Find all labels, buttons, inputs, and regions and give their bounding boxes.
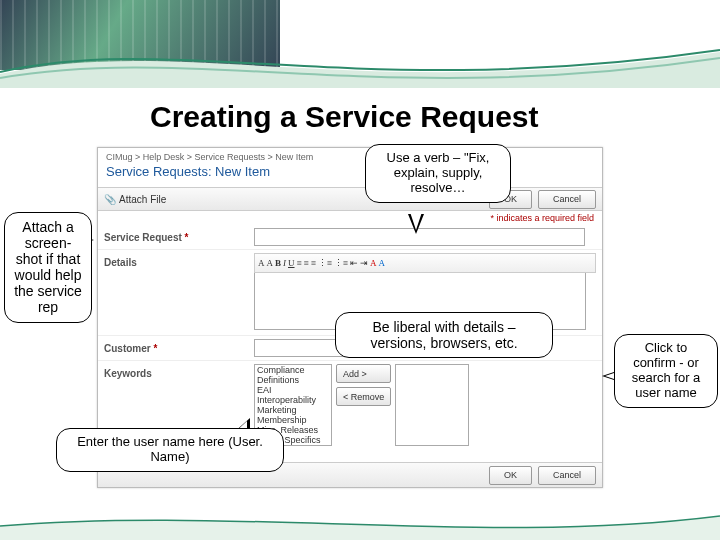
keywords-selected-list[interactable] (395, 364, 469, 446)
list-item[interactable]: Membership (255, 415, 331, 425)
rte-italic-icon[interactable]: I (283, 258, 286, 268)
callout-details: Be liberal with details – versions, brow… (335, 312, 553, 358)
label-service-request: Service Request (104, 232, 182, 243)
rte-list-icon[interactable]: ⋮≡ (334, 258, 348, 268)
callout-confirm: Click to confirm - or search for a user … (614, 334, 718, 408)
remove-keyword-button[interactable]: < Remove (336, 387, 391, 406)
label-customer: Customer (104, 343, 151, 354)
attach-file-label: Attach File (119, 194, 166, 205)
callout-verb: Use a verb – "Fix, explain, supply, reso… (365, 144, 511, 203)
callout-attach: Attach a screen-shot if that would help … (4, 212, 92, 323)
rte-align-icon[interactable]: ≡ (304, 258, 309, 268)
slide-banner (0, 0, 720, 88)
label-details: Details (104, 253, 254, 268)
rte-icon[interactable]: A (258, 258, 265, 268)
rte-indent-icon[interactable]: ⇥ (360, 258, 368, 268)
page-title: Service Requests: New Item (98, 162, 602, 187)
banner-wave (0, 44, 720, 88)
rte-list-icon[interactable]: ⋮≡ (318, 258, 332, 268)
cancel-button-bottom[interactable]: Cancel (538, 466, 596, 485)
rte-align-icon[interactable]: ≡ (297, 258, 302, 268)
required-star: * (185, 232, 189, 243)
list-item[interactable]: Definitions (255, 375, 331, 385)
form-toolbar: 📎 Attach File OK Cancel (98, 187, 602, 211)
rich-text-toolbar[interactable]: AA B I U ≡≡≡ ⋮≡⋮≡ ⇤⇥ A A (254, 253, 596, 273)
row-service-request: Service Request * (98, 225, 602, 250)
footer-decoration (0, 506, 720, 540)
required-note: * indicates a required field (98, 211, 602, 225)
slide-title: Creating a Service Request (150, 100, 630, 134)
attach-file-link[interactable]: 📎 Attach File (104, 194, 166, 205)
rte-icon[interactable]: A (267, 258, 274, 268)
list-item[interactable]: Interoperability (255, 395, 331, 405)
callout-username: Enter the user name here (User. Name) (56, 428, 284, 472)
breadcrumb: CIMug > Help Desk > Service Requests > N… (98, 148, 602, 162)
required-star: * (153, 343, 157, 354)
rte-indent-icon[interactable]: ⇤ (350, 258, 358, 268)
rte-color-icon[interactable]: A (370, 258, 377, 268)
list-item[interactable]: EAI (255, 385, 331, 395)
add-keyword-button[interactable]: Add > (336, 364, 391, 383)
rte-align-icon[interactable]: ≡ (311, 258, 316, 268)
rte-bold-icon[interactable]: B (275, 258, 281, 268)
rte-underline-icon[interactable]: U (288, 258, 295, 268)
label-keywords: Keywords (104, 364, 254, 379)
list-item[interactable]: Compliance (255, 365, 331, 375)
rte-color-icon[interactable]: A (378, 258, 385, 268)
list-item[interactable]: Marketing (255, 405, 331, 415)
cancel-button[interactable]: Cancel (538, 190, 596, 209)
ok-button-bottom[interactable]: OK (489, 466, 532, 485)
paperclip-icon: 📎 (104, 194, 116, 205)
